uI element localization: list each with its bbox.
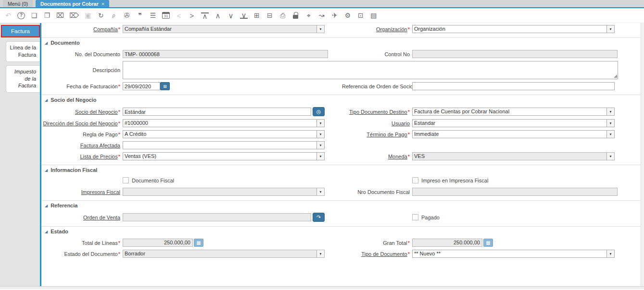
- parent-record-icon[interactable]: ∧: [214, 12, 222, 20]
- no-documento-field: [123, 50, 328, 58]
- tab-documentos-label: Documentos por Cobrar: [40, 1, 99, 7]
- termino-pago-select[interactable]: Immediate ▼: [412, 130, 615, 138]
- impreso-impresora-checkbox[interactable]: [412, 177, 418, 183]
- chevron-down-icon[interactable]: ▼: [316, 131, 324, 138]
- socio-negocio-label: Socio del Negocio*: [41, 109, 123, 115]
- help-icon[interactable]: ?: [17, 12, 25, 19]
- control-no-label: Control No: [342, 51, 412, 57]
- collapse-icon[interactable]: ◢: [45, 98, 48, 102]
- search-icon[interactable]: ◎: [313, 107, 325, 116]
- factura-afectada-select[interactable]: ▼: [123, 141, 325, 149]
- collapse-icon[interactable]: ◢: [45, 204, 48, 208]
- chat-icon[interactable]: ❞: [136, 12, 144, 20]
- chevron-down-icon[interactable]: ▼: [606, 153, 614, 160]
- sidebar-tab-factura[interactable]: Factura: [1, 25, 40, 37]
- chevron-down-icon[interactable]: ▼: [606, 131, 614, 138]
- grid-toggle-icon[interactable]: ☰: [149, 12, 157, 20]
- refresh-icon[interactable]: ↻: [97, 12, 105, 20]
- report-icon[interactable]: ⊞: [253, 12, 261, 20]
- orden-venta-label: Orden de Venta: [41, 215, 123, 220]
- chevron-down-icon[interactable]: ▼: [606, 108, 614, 115]
- close-icon[interactable]: ×: [101, 1, 104, 7]
- copy-record-icon[interactable]: ❐: [43, 12, 51, 20]
- calculator-icon[interactable]: ▦: [483, 239, 493, 247]
- control-no-field: [412, 50, 618, 58]
- new-record-icon[interactable]: ❏: [30, 12, 38, 20]
- chevron-down-icon[interactable]: ▼: [606, 25, 614, 33]
- usuario-label: Usuario: [342, 121, 412, 126]
- attachment-icon[interactable]: ✇: [123, 12, 131, 20]
- archive-icon[interactable]: ⊟: [266, 12, 274, 20]
- impresora-fiscal-label: Impresora Fiscal: [41, 189, 123, 195]
- zoom-across-icon[interactable]: ⌖: [305, 12, 313, 20]
- moneda-label: Moneda*: [342, 154, 412, 159]
- factura-afectada-label: Factura Afectada: [41, 143, 123, 148]
- fecha-facturacion-field[interactable]: [123, 82, 160, 90]
- estado-documento-label: Estado del Documento*: [41, 251, 123, 257]
- no-documento-label: No. del Documento: [41, 51, 123, 57]
- detail-record-icon[interactable]: ∨: [227, 12, 235, 20]
- print-icon[interactable]: ⎙: [279, 12, 287, 20]
- sidebar-tab-impuesto-factura[interactable]: Impuesto de la Factura: [6, 65, 40, 93]
- estado-documento-select[interactable]: Borrador ▼: [123, 250, 325, 258]
- chevron-down-icon[interactable]: ▼: [316, 153, 324, 160]
- vertical-scrollbar[interactable]: [641, 23, 644, 286]
- chevron-down-icon[interactable]: ▼: [316, 188, 324, 195]
- next-record-icon[interactable]: >: [188, 12, 196, 20]
- collapse-icon[interactable]: ◢: [45, 230, 48, 234]
- regla-pago-select[interactable]: A Crédito ▼: [123, 130, 325, 138]
- status-bar: [0, 286, 644, 289]
- zoom-across-icon[interactable]: ↷: [313, 213, 325, 222]
- collapse-icon[interactable]: ◢: [45, 41, 48, 45]
- tab-menu[interactable]: Menú (0): [3, 0, 33, 7]
- documento-fiscal-checkbox[interactable]: [123, 177, 129, 183]
- direccion-socio-select[interactable]: #1000000 ▼: [123, 119, 325, 127]
- tipo-documento-select[interactable]: ** Nuevo ** ▼: [412, 250, 615, 258]
- compania-select[interactable]: Compañía Estándar ▼: [123, 25, 325, 33]
- collapse-icon[interactable]: ◢: [45, 168, 48, 172]
- chevron-down-icon[interactable]: ▼: [606, 250, 614, 257]
- find-icon[interactable]: ⌕: [110, 12, 118, 20]
- main-area: Factura Línea de la Factura Impuesto de …: [0, 23, 644, 286]
- pagado-label: Pagado: [421, 215, 440, 220]
- product-info-icon[interactable]: ⊡: [357, 12, 365, 20]
- pagado-checkbox[interactable]: [412, 214, 418, 220]
- calendar-icon[interactable]: 31: [162, 12, 170, 19]
- delete-record-icon[interactable]: ⌧: [56, 12, 64, 20]
- chevron-down-icon[interactable]: ▼: [316, 120, 324, 127]
- chevron-down-icon[interactable]: ▼: [606, 120, 614, 127]
- usuario-select[interactable]: Estandar ▼: [412, 119, 615, 127]
- descripcion-field[interactable]: [123, 61, 618, 79]
- impresora-fiscal-select[interactable]: ▼: [123, 188, 325, 196]
- last-record-icon[interactable]: ∨: [240, 12, 248, 19]
- total-lineas-label: Total de Líneas*: [41, 240, 123, 246]
- moneda-select[interactable]: VES ▼: [412, 152, 615, 160]
- tipo-doc-destino-label: Tipo Documento Destino*: [342, 109, 412, 115]
- orden-venta-field: [123, 213, 311, 221]
- calculator-icon[interactable]: ▦: [194, 239, 203, 247]
- tab-menu-label: Menú (0): [8, 1, 28, 7]
- workflow-icon[interactable]: ↝: [318, 12, 326, 20]
- lista-precios-select[interactable]: Ventas (VES) ▼: [123, 152, 325, 160]
- sidebar: Factura Línea de la Factura Impuesto de …: [0, 23, 41, 286]
- chevron-down-icon[interactable]: ▼: [316, 250, 324, 257]
- tab-documentos-por-cobrar[interactable]: Documentos por Cobrar ×: [36, 0, 109, 7]
- referencia-orden-field[interactable]: [412, 82, 615, 90]
- undo-icon: ↶: [4, 12, 12, 20]
- customize-window-icon[interactable]: ▤: [370, 12, 378, 20]
- tipo-documento-label: Tipo de Documento*: [342, 251, 412, 257]
- lock-icon[interactable]: [292, 12, 300, 20]
- previous-record-icon: <: [175, 12, 183, 20]
- organizacion-select[interactable]: Organización ▼: [412, 25, 615, 33]
- calendar-icon[interactable]: ⊞: [160, 82, 170, 90]
- chevron-down-icon[interactable]: ▼: [316, 142, 324, 149]
- socio-negocio-field[interactable]: [123, 108, 311, 116]
- send-icon[interactable]: ✈: [331, 12, 339, 20]
- first-record-icon[interactable]: ∧: [201, 12, 209, 19]
- lista-precios-label: Lista de Precios*: [41, 154, 123, 159]
- delete-selection-icon[interactable]: ⌦: [69, 12, 79, 20]
- sidebar-tab-linea-factura[interactable]: Línea de la Factura: [6, 41, 40, 62]
- preferences-icon[interactable]: ⚙: [344, 12, 352, 20]
- chevron-down-icon[interactable]: ▼: [316, 25, 324, 33]
- tipo-doc-destino-select[interactable]: Factura de Cuentas por Cobrar Nacional ▼: [412, 108, 615, 116]
